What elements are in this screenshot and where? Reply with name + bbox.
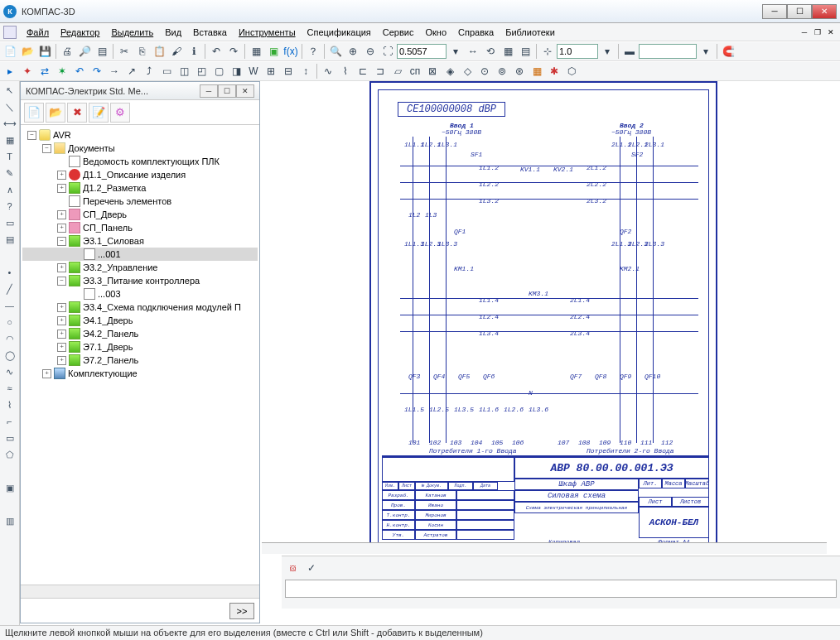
- et-28[interactable]: ⊙: [476, 63, 493, 79]
- mdi-restore[interactable]: ❐: [812, 26, 823, 38]
- et-15[interactable]: W: [245, 63, 262, 79]
- et-10[interactable]: ▭: [158, 63, 175, 79]
- menu-libs[interactable]: Библиотеки: [500, 26, 560, 39]
- et-2[interactable]: ✦: [19, 63, 36, 79]
- tree-expander[interactable]: −: [27, 131, 36, 140]
- tree-expander[interactable]: −: [57, 237, 66, 246]
- tree-node[interactable]: +Э7.1_Дверь: [22, 340, 258, 354]
- vs-aux-icon[interactable]: ╱: [2, 282, 17, 296]
- open-icon[interactable]: 📂: [19, 43, 36, 60]
- menu-window[interactable]: Окно: [420, 26, 451, 39]
- new-icon[interactable]: 📄: [2, 43, 18, 60]
- panel-close-icon[interactable]: ✕: [236, 84, 254, 98]
- panel-edit-icon[interactable]: 📝: [89, 103, 109, 123]
- et-19[interactable]: ∿: [320, 63, 336, 79]
- scale-input[interactable]: [557, 44, 598, 59]
- menu-file[interactable]: Файл: [22, 26, 54, 39]
- vs-text-icon[interactable]: T: [2, 149, 17, 164]
- tree-node[interactable]: +Комплектующие: [22, 367, 258, 380]
- zoom-prev-icon[interactable]: ⟲: [482, 43, 499, 60]
- cmd-ok-icon[interactable]: ✓: [303, 560, 320, 576]
- vs-hatch-icon[interactable]: ▦: [2, 132, 17, 147]
- menu-spec[interactable]: Спецификация: [302, 26, 376, 39]
- cut-icon[interactable]: ✂: [116, 43, 133, 60]
- paste-icon[interactable]: 📋: [151, 43, 167, 60]
- minimize-button[interactable]: ─: [762, 4, 787, 19]
- style-icon[interactable]: ▬: [621, 43, 638, 60]
- cmd-stop-icon[interactable]: ⦻: [285, 560, 302, 576]
- tree-expander[interactable]: +: [57, 171, 66, 180]
- et-8[interactable]: ↗: [123, 63, 140, 79]
- plotter-icon[interactable]: ▤: [94, 43, 110, 60]
- et-20[interactable]: ⌇: [337, 63, 354, 79]
- tree-expander[interactable]: +: [57, 184, 66, 193]
- preview-icon[interactable]: 🔎: [76, 43, 93, 60]
- magnet-icon[interactable]: 🧲: [720, 43, 736, 60]
- tree-node[interactable]: +СП_Панель: [22, 221, 258, 234]
- et-12[interactable]: ◰: [193, 63, 210, 79]
- menu-editor[interactable]: Редактор: [56, 26, 104, 39]
- tree-expander[interactable]: +: [57, 210, 66, 219]
- tree-node[interactable]: Перечень элементов: [22, 195, 258, 208]
- menu-select[interactable]: Выделить: [106, 26, 158, 39]
- panel-del-icon[interactable]: ✖: [67, 103, 87, 123]
- style-dropdown-icon[interactable]: ▾: [698, 43, 714, 60]
- et-1[interactable]: ▸: [2, 63, 18, 79]
- vs-break-icon[interactable]: ⌇: [2, 397, 17, 412]
- menu-service[interactable]: Сервис: [378, 26, 419, 39]
- et-3[interactable]: ⇄: [36, 63, 53, 79]
- help-icon[interactable]: ？: [305, 43, 321, 60]
- vs-select-icon[interactable]: ▭: [2, 215, 17, 230]
- et-18[interactable]: ↕: [297, 63, 314, 79]
- zoom-out-icon[interactable]: ⊖: [362, 43, 379, 60]
- tree-expander[interactable]: +: [57, 224, 66, 233]
- menu-help[interactable]: Справка: [453, 26, 499, 39]
- vs-line-icon[interactable]: ＼: [2, 99, 17, 114]
- tree-node[interactable]: −Э3.1_Силовая: [22, 234, 258, 248]
- panel-more-button[interactable]: >>: [229, 603, 254, 619]
- et-32[interactable]: ✱: [546, 63, 562, 79]
- vs-arrow-icon[interactable]: ↖: [2, 83, 17, 98]
- tree-node[interactable]: +Д1.2_Разметка: [22, 181, 258, 195]
- vs-seg-icon[interactable]: —: [2, 298, 17, 313]
- panel-open-icon[interactable]: 📂: [46, 103, 65, 123]
- vs-poly-icon[interactable]: ⬠: [2, 447, 17, 462]
- et-22[interactable]: ⊐: [372, 63, 389, 79]
- tree-expander[interactable]: −: [42, 144, 51, 153]
- vs-param-icon[interactable]: ∧: [2, 182, 17, 197]
- et-21[interactable]: ⊏: [355, 63, 371, 79]
- properties-icon[interactable]: ℹ: [186, 43, 202, 60]
- tree-node[interactable]: ...001: [22, 248, 258, 261]
- pan-icon[interactable]: ↔: [465, 43, 481, 60]
- et-9[interactable]: ⤴: [141, 63, 157, 79]
- et-31[interactable]: ▦: [529, 63, 545, 79]
- tree-expander[interactable]: +: [57, 303, 66, 312]
- scale-dropdown-icon[interactable]: ▾: [599, 43, 616, 60]
- et-26[interactable]: ◈: [442, 63, 458, 79]
- tree-node[interactable]: +Э4.2_Панель: [22, 327, 258, 340]
- tree-node[interactable]: +Э7.2_Панель: [22, 354, 258, 367]
- spec-icon[interactable]: ▣: [265, 43, 282, 60]
- panel-tool-icon[interactable]: ⚙: [110, 103, 130, 123]
- et-7[interactable]: →: [106, 63, 123, 79]
- et-29[interactable]: ⊚: [494, 63, 510, 79]
- vs-point-icon[interactable]: •: [2, 265, 17, 280]
- zoom-input[interactable]: [397, 44, 447, 59]
- app-menu-icon[interactable]: [3, 26, 17, 39]
- brush-icon[interactable]: 🖌: [168, 43, 185, 60]
- maximize-button[interactable]: ☐: [787, 4, 812, 19]
- vs-rect-icon[interactable]: ▭: [2, 431, 17, 445]
- project-tree[interactable]: −AVR−ДокументыВедомость комплектующих ПЛ…: [21, 125, 259, 585]
- tree-node[interactable]: +СП_Дверь: [22, 208, 258, 221]
- vars-icon[interactable]: f(x): [282, 43, 299, 60]
- tree-node[interactable]: Ведомость комплектующих ПЛК: [22, 155, 258, 168]
- mdi-close[interactable]: ✕: [825, 26, 837, 38]
- vs-tree-icon[interactable]: ▣: [2, 480, 17, 495]
- snap-icon[interactable]: ⊹: [539, 43, 556, 60]
- et-30[interactable]: ⊛: [511, 63, 528, 79]
- tree-node[interactable]: +Д1.1_Описание изделия: [22, 168, 258, 181]
- et-33[interactable]: ⬡: [563, 63, 580, 79]
- et-4[interactable]: ✶: [54, 63, 70, 79]
- drawing-canvas[interactable]: СЕ100000008 dBP Ввод 1 ~50Гц 380В Ввод 2…: [262, 81, 840, 625]
- vs-meas-icon[interactable]: ?: [2, 199, 17, 214]
